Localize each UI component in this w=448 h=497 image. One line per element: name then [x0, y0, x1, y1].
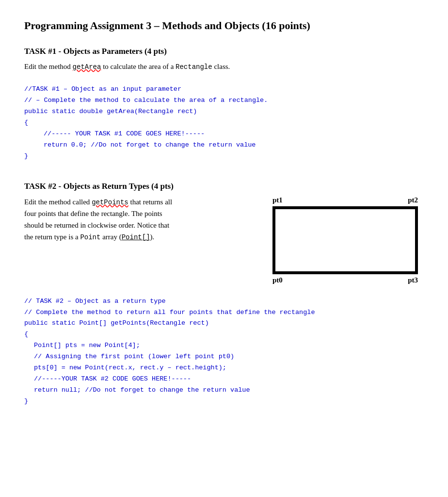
task2-desc-line2: four points that define the rectangle. T…: [24, 210, 162, 217]
page-title: Programming Assignment 3 – Methods and O…: [24, 19, 424, 32]
task2-desc-line4-suffix: ).: [150, 233, 155, 241]
task2-return-line: return null; //Do not forget to change t…: [34, 385, 424, 396]
pt0-label: pt0: [272, 276, 283, 284]
task2-desc-line1-suffix: that returns all: [128, 198, 172, 206]
task2-comment2: // Complete the method to return all fou…: [24, 307, 424, 318]
rect-labels-bottom: pt0 pt3: [272, 276, 418, 284]
task1-method-name: getArea: [73, 63, 101, 71]
task1-return-line: return 0.0; //Do not forget to change th…: [44, 140, 424, 151]
task1-class-name: Rectangle: [176, 63, 212, 71]
task1-code-block: //TASK #1 – Object as an input parameter…: [24, 84, 424, 162]
task1-title: TASK #1 - Objects as Parameters (4 pts): [24, 47, 424, 56]
task1-desc-prefix: Edit the method: [24, 63, 73, 70]
task2-close-brace: }: [24, 396, 424, 407]
task2-description: Edit the method called getPoints that re…: [24, 196, 252, 243]
task2-desc-line3: should be returned in clockwise order. N…: [24, 221, 169, 229]
task1-task-comment: //----- YOUR TASK #1 CODE GOES HERE!----…: [44, 129, 424, 140]
task1-desc-suffix: to calculate the area of a: [101, 63, 176, 70]
task2-point-type: Point: [80, 233, 100, 241]
task2-rectangle-diagram: pt1 pt2 pt0 pt3: [267, 196, 424, 284]
task2-line1: Point[] pts = new Point[4];: [34, 340, 424, 351]
task2-comment1: // TASK #2 – Object as a return type: [24, 296, 424, 307]
task2-task-comment: //-----YOUR TASK #2 CODE GOES HERE!-----: [34, 374, 424, 385]
task2-code-block: // TASK #2 – Object as a return type // …: [24, 296, 424, 407]
task2-desc-line4-prefix: the return type is a: [24, 233, 80, 241]
task2-point-array: Point[]: [122, 233, 150, 241]
task1-signature: public static double getArea(Rectangle r…: [24, 106, 424, 117]
task2-desc-line4-mid: array (: [100, 233, 121, 241]
pt1-label: pt1: [272, 196, 283, 204]
task1-open-brace: {: [24, 117, 424, 129]
task1-desc-end: class.: [212, 63, 230, 70]
task1-comment1: //TASK #1 – Object as an input parameter: [24, 84, 424, 95]
task2-text-block: Edit the method called getPoints that re…: [24, 196, 252, 243]
task2-layout: Edit the method called getPoints that re…: [24, 196, 424, 284]
pt2-label: pt2: [408, 196, 418, 204]
task2-method-name: getPoints: [92, 199, 128, 206]
pt3-label: pt3: [408, 276, 418, 284]
task2-signature: public static Point[] getPoints(Rectangl…: [24, 318, 424, 329]
rect-labels-top: pt1 pt2: [272, 196, 418, 204]
rect-box: [272, 206, 418, 274]
task1-section: TASK #1 - Objects as Parameters (4 pts) …: [24, 47, 424, 162]
task2-line2: pts[0] = new Point(rect.x, rect.y – rect…: [34, 363, 424, 374]
task1-close-brace: }: [24, 151, 424, 162]
task1-description: Edit the method getArea to calculate the…: [24, 61, 424, 72]
task2-desc-line1-prefix: Edit the method called: [24, 198, 92, 206]
task2-section: TASK #2 - Objects as Return Types (4 pts…: [24, 182, 424, 407]
task2-title: TASK #2 - Objects as Return Types (4 pts…: [24, 182, 424, 191]
task2-comment3: // Assigning the first point (lower left…: [34, 351, 424, 363]
task2-open-brace: {: [24, 329, 424, 340]
task1-comment2: // – Complete the method to calculate th…: [24, 95, 424, 106]
